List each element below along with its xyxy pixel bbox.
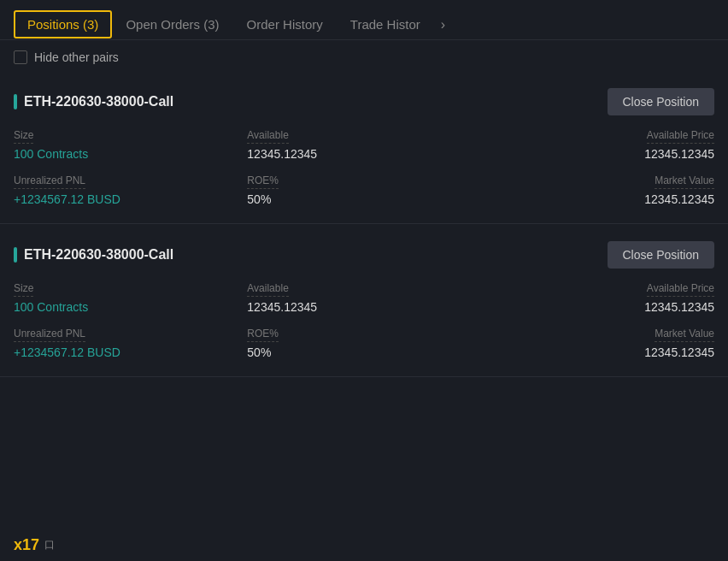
field-2-6: Market Value12345.12345 [481,328,714,359]
tab-open-orders[interactable]: Open Orders (3) [112,10,232,40]
fields-grid-1: Size100 ContractsAvailable12345.12345Ava… [14,129,714,206]
position-title-row-2: ETH-220630-38000-Call [14,247,173,263]
position-name-1: ETH-220630-38000-Call [24,94,173,109]
logo-text: x17 [14,536,39,554]
field-value-1-1: 100 Contracts [14,147,247,161]
field-1-1: Size100 Contracts [14,129,247,161]
field-1-3: Available Price12345.12345 [481,129,714,161]
position-header-2: ETH-220630-38000-CallClose Position [14,227,714,269]
field-label-2-1: Size [14,282,33,297]
fields-grid-2: Size100 ContractsAvailable12345.12345Ava… [14,282,714,359]
field-value-1-2: 12345.12345 [247,147,480,161]
field-value-1-6: 12345.12345 [481,192,714,206]
field-label-1-2: Available [247,129,288,144]
field-2-2: Available12345.12345 [247,282,480,314]
tab-trade-history[interactable]: Trade Histor [337,10,434,40]
field-label-1-1: Size [14,129,33,144]
position-title-row-1: ETH-220630-38000-Call [14,94,173,109]
field-value-2-3: 12345.12345 [481,300,714,314]
hide-other-pairs-label: Hide other pairs [34,50,119,64]
field-value-1-5: 50% [247,192,480,206]
field-2-3: Available Price12345.12345 [481,282,714,314]
field-2-1: Size100 Contracts [14,282,247,314]
positions-list: ETH-220630-38000-CallClose PositionSize1… [0,74,728,377]
position-name-2: ETH-220630-38000-Call [24,247,173,263]
field-value-1-3: 12345.12345 [481,147,714,161]
field-label-2-3: Available Price [647,282,714,297]
field-label-2-6: Market Value [655,328,714,342]
field-value-2-2: 12345.12345 [247,300,480,314]
tab-order-history[interactable]: Order History [233,10,337,40]
field-value-2-1: 100 Contracts [14,300,247,314]
position-header-1: ETH-220630-38000-CallClose Position [14,74,714,115]
checkbox-icon [14,50,27,64]
tab-positions[interactable]: Positions (3) [14,10,112,38]
bottom-bar: x17 口 [0,529,68,561]
hide-other-pairs-checkbox[interactable]: Hide other pairs [14,50,119,64]
position-dot-icon-1 [14,94,17,109]
field-label-1-6: Market Value [655,174,714,189]
field-1-2: Available12345.12345 [247,129,480,161]
field-label-2-5: ROE% [247,328,279,342]
field-label-1-4: Unrealized PNL [14,174,85,189]
field-label-2-2: Available [247,282,288,297]
logo-sub: 口 [44,538,55,552]
field-1-6: Market Value12345.12345 [481,174,714,206]
position-dot-icon-2 [14,247,17,263]
tab-more-icon[interactable]: › [434,10,452,39]
field-1-4: Unrealized PNL+1234567.12 BUSD [14,174,247,206]
field-value-1-4: +1234567.12 BUSD [14,192,247,206]
field-2-5: ROE%50% [247,328,480,359]
field-value-2-4: +1234567.12 BUSD [14,345,247,359]
field-2-4: Unrealized PNL+1234567.12 BUSD [14,328,247,359]
close-position-button-2[interactable]: Close Position [608,241,715,269]
field-label-1-3: Available Price [647,129,714,144]
tab-bar: Positions (3)Open Orders (3)Order Histor… [0,0,728,40]
field-1-5: ROE%50% [247,174,480,206]
close-position-button-1[interactable]: Close Position [608,88,715,115]
position-card-1: ETH-220630-38000-CallClose PositionSize1… [0,74,728,224]
filter-row: Hide other pairs [0,40,728,74]
field-value-2-5: 50% [247,345,480,359]
position-card-2: ETH-220630-38000-CallClose PositionSize1… [0,227,728,377]
field-label-1-5: ROE% [247,174,279,189]
field-label-2-4: Unrealized PNL [14,328,85,342]
field-value-2-6: 12345.12345 [481,345,714,359]
